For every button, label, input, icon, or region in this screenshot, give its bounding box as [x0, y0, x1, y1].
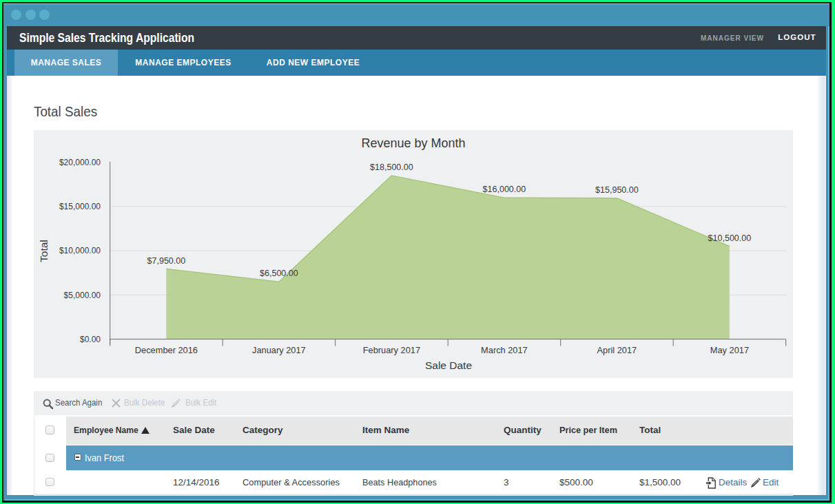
svg-text:$15,950.00: $15,950.00 — [595, 185, 639, 195]
svg-text:$15,000.00: $15,000.00 — [59, 202, 101, 211]
svg-text:Sale Date: Sale Date — [425, 359, 472, 370]
svg-text:$18,500.00: $18,500.00 — [370, 162, 413, 172]
svg-text:$6,500.00: $6,500.00 — [260, 269, 298, 278]
svg-text:$10,000.00: $10,000.00 — [59, 246, 101, 255]
svg-text:January 2017: January 2017 — [252, 344, 306, 355]
svg-text:$16,000.00: $16,000.00 — [483, 185, 526, 194]
svg-text:April 2017: April 2017 — [597, 344, 637, 355]
svg-text:February 2017: February 2017 — [363, 344, 420, 355]
svg-text:Total: Total — [38, 240, 50, 262]
svg-text:$0.00: $0.00 — [80, 335, 101, 344]
svg-text:December 2016: December 2016 — [135, 344, 198, 355]
svg-text:$20,000.00: $20,000.00 — [59, 158, 101, 167]
svg-text:May 2017: May 2017 — [710, 344, 749, 355]
svg-text:Revenue by Month: Revenue by Month — [361, 136, 465, 150]
svg-text:March 2017: March 2017 — [481, 344, 528, 355]
svg-text:$7,950.00: $7,950.00 — [147, 255, 186, 265]
svg-text:$5,000.00: $5,000.00 — [64, 290, 101, 300]
svg-text:$10,500.00: $10,500.00 — [708, 233, 752, 243]
